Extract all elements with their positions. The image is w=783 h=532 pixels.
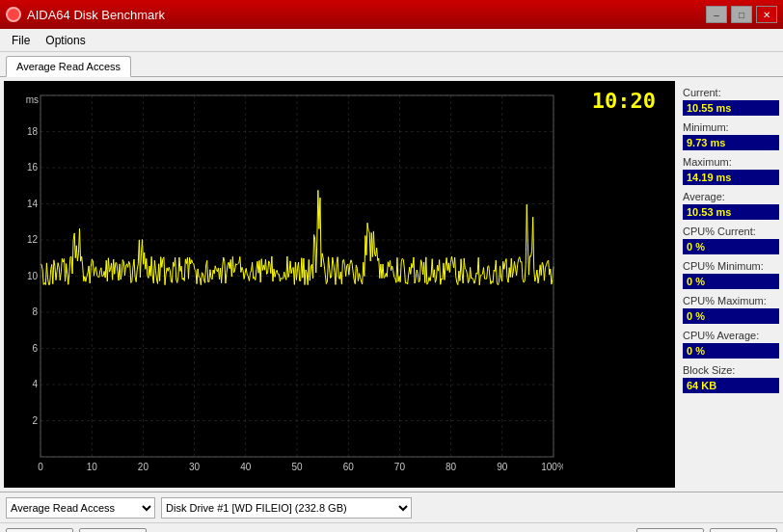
- stop-button[interactable]: Stop: [79, 528, 147, 533]
- drive-select[interactable]: Disk Drive #1 [WD FILEIO] (232.8 GB): [161, 497, 412, 519]
- start-button[interactable]: Start: [6, 528, 73, 533]
- close-button[interactable]: ✕: [756, 6, 777, 23]
- save-button[interactable]: Save: [636, 528, 704, 533]
- minimize-button[interactable]: –: [706, 6, 727, 23]
- cpu-minimum-value: 0 %: [683, 274, 779, 289]
- action-bar: Start Stop Save Clear: [0, 522, 783, 532]
- cpu-maximum-value: 0 %: [683, 308, 779, 324]
- maximum-value: 14.19 ms: [683, 170, 779, 185]
- cpu-average-label: CPU% Average:: [683, 330, 779, 341]
- chart-area: 10:20: [4, 81, 675, 488]
- average-label: Average:: [683, 191, 779, 202]
- stats-panel: Current: 10.55 ms Minimum: 9.73 ms Maxim…: [679, 77, 783, 492]
- title-bar-left: AIDA64 Disk Benchmark: [6, 7, 165, 22]
- bottom-controls-bar: Average Read Access Average Write Access…: [0, 492, 783, 522]
- menu-options[interactable]: Options: [38, 32, 93, 49]
- title-bar: AIDA64 Disk Benchmark – □ ✕: [0, 0, 783, 29]
- current-label: Current:: [683, 87, 779, 98]
- chart-canvas: [4, 81, 563, 486]
- menu-file[interactable]: File: [4, 32, 38, 49]
- tab-bar: Average Read Access: [0, 52, 783, 77]
- app-icon: [6, 7, 21, 22]
- average-value: 10.53 ms: [683, 204, 779, 220]
- cpu-current-value: 0 %: [683, 239, 779, 254]
- cpu-average-value: 0 %: [683, 343, 779, 359]
- maximize-button[interactable]: □: [731, 6, 752, 23]
- main-area: 10:20 Current: 10.55 ms Minimum: 9.73 ms…: [0, 77, 783, 492]
- menu-bar: File Options: [0, 29, 783, 52]
- minimum-label: Minimum:: [683, 121, 779, 133]
- window-title: AIDA64 Disk Benchmark: [27, 8, 165, 22]
- title-controls[interactable]: – □ ✕: [706, 6, 777, 23]
- maximum-label: Maximum:: [683, 156, 779, 168]
- tab-average-read-access[interactable]: Average Read Access: [6, 56, 131, 77]
- clear-button[interactable]: Clear: [710, 528, 777, 533]
- minimum-value: 9.73 ms: [683, 135, 779, 150]
- block-size-label: Block Size:: [683, 364, 779, 376]
- chart-timestamp: 10:20: [592, 89, 656, 113]
- cpu-current-label: CPU% Current:: [683, 226, 779, 237]
- cpu-minimum-label: CPU% Minimum:: [683, 260, 779, 272]
- test-select[interactable]: Average Read Access Average Write Access…: [6, 497, 155, 519]
- current-value: 10.55 ms: [683, 100, 779, 116]
- cpu-maximum-label: CPU% Maximum:: [683, 295, 779, 306]
- block-size-value: 64 KB: [683, 378, 779, 393]
